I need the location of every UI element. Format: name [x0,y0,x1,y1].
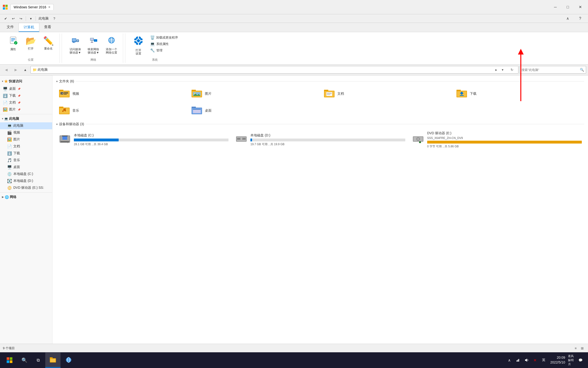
window-tab[interactable]: Windows Server 2016 ✕ [10,4,54,10]
c-drive-icon [59,133,71,147]
sidebar-item-docs-sub[interactable]: 📄 文档 [0,143,52,150]
start-button[interactable] [2,352,17,368]
sidebar-item-music[interactable]: 🎵 音乐 [0,157,52,164]
open-label: 打开 [28,47,34,50]
ribbon-system-props-button[interactable]: 💻 系统属性 [149,41,180,47]
minimize-button[interactable]: ─ [550,3,561,11]
ribbon-map-network-button[interactable]: ↔ 映射网络驱动器▼ [85,35,102,56]
devices-toggle-icon[interactable]: ▾ [56,123,58,126]
back-button[interactable]: ◀ [2,66,10,74]
qat-redo-button[interactable]: ↪ [17,15,25,22]
forward-button[interactable]: ▶ [11,66,20,74]
taskbar-search-button[interactable]: 🔍 [18,353,31,367]
this-pc-header[interactable]: ▾ 💻 此电脑 [0,115,52,122]
qat-save-button[interactable]: ✔ [2,15,9,22]
sidebar-item-c-drive[interactable]: 💿 本地磁盘 (C:) [0,171,52,178]
sidebar-item-pictures-sub[interactable]: 🖼️ 图片 [0,136,52,143]
folder-item-music[interactable]: 音乐 [56,103,187,118]
open-settings-label: 打开设置 [136,49,141,55]
ribbon-manage-button[interactable]: 🔧 管理 [149,47,180,53]
svg-rect-53 [324,90,328,91]
sidebar-divider-1 [0,114,52,114]
ribbon-add-network-button[interactable]: 添加一个网络位置 [103,35,120,56]
address-dropdown-button[interactable]: ▾ [498,66,507,74]
sidebar-item-this-pc[interactable]: 💻 此电脑 [0,122,52,129]
svg-rect-32 [134,40,136,41]
sidebar-item-dl-sub[interactable]: ⬇️ 下载 [0,150,52,157]
tray-chevron-icon[interactable]: ∧ [506,356,513,364]
ribbon-uninstall-button[interactable]: 🗑️ 卸载或更改程序 [149,35,180,40]
folder-item-documents[interactable]: 文档 [321,86,452,101]
sidebar-item-documents[interactable]: 📄 文档 📌 [0,99,52,106]
close-button[interactable]: ✕ [574,3,586,11]
sidebar-divider-2 [0,192,52,193]
downloads-pin-icon: 📌 [18,94,20,97]
taskbar-ie-button[interactable] [61,352,76,368]
search-input[interactable] [522,68,579,72]
maximize-button[interactable]: □ [562,3,574,11]
tray-ime-icon[interactable]: 英 [540,356,548,364]
d-drive-info: 本地磁盘 (D:) 19.7 GB 可用，共 19.9 GB [250,133,405,146]
ribbon-tab-file[interactable]: 文件 [2,23,19,32]
documents-pin-icon: 📌 [18,101,20,104]
sidebar-item-desktop[interactable]: 🖥️ 桌面 📌 [0,85,52,92]
quick-access-header[interactable]: ▾ ★ 快速访问 [0,77,52,85]
folder-item-downloads[interactable]: 下载 [454,86,584,101]
tray-extra-label[interactable]: 遮风躲明月 [568,356,576,364]
sidebar-item-e-drive[interactable]: 📀 DVD 驱动器 (E:) SS: [0,184,52,191]
network-label: 网络 [10,195,16,199]
notification-center-button[interactable]: 💬 [577,352,584,368]
taskbar-clock[interactable]: 20:09 2022/5/10 [549,355,567,365]
system-props-icon: 💻 [150,42,155,46]
up-button[interactable]: ▲ [21,66,29,74]
tray-network-icon[interactable] [514,356,522,364]
network-header[interactable]: ▶ 🌐 网络 [0,193,52,201]
ribbon-open-button[interactable]: 📂 打开 [22,35,39,52]
sidebar-item-downloads[interactable]: ⬇️ 下载 📌 [0,92,52,99]
ribbon-collapse-button[interactable]: ∧ [562,14,574,23]
qat-help-button[interactable]: ? [50,15,58,22]
svg-rect-33 [141,40,143,41]
folders-toggle-icon[interactable]: ▾ [56,80,58,83]
drive-item-e[interactable]: DVD 驱动器 (E:) SSS_X64FRE_ZH-CN_DV9 0 字节 可… [409,129,584,150]
ribbon-media-button[interactable]: 访问媒体驱动器▼ [67,35,84,56]
sidebar-item-d-drive[interactable]: 💽 本地磁盘 (D:) [0,178,52,184]
sidebar-desktop-sub-label: 桌面 [13,165,20,169]
folder-item-pictures[interactable]: 图片 [189,86,319,101]
list-view-button[interactable]: ≡ [573,345,579,351]
svg-rect-30 [138,37,139,38]
drive-item-c[interactable]: 本地磁盘 (C:) 28.1 GB 可用，共 39.4 GB [56,129,231,150]
refresh-button[interactable]: ↻ [508,66,516,74]
help-button[interactable]: ? [574,14,586,23]
sidebar-item-videos[interactable]: 🎬 视频 [0,129,52,136]
taskbar-file-explorer-button[interactable] [45,352,60,368]
tab-close-icon[interactable]: ✕ [48,5,50,9]
address-bar[interactable]: 📁 此电脑 ▶ ▾ ↻ [30,66,518,74]
sidebar-item-desktop-sub[interactable]: 🖥️ 桌面 [0,164,52,171]
search-box[interactable]: 🔍 [519,66,586,74]
qat-separator-2 [36,16,36,21]
qat-undo-button[interactable]: ↩ [9,15,17,22]
task-view-button[interactable]: ⧉ [31,353,45,367]
sidebar-item-pictures[interactable]: 🖼️ 图片 📌 [0,106,52,113]
pictures-folder-name: 图片 [205,92,212,96]
ribbon-rename-button[interactable]: ✏️ 重命名 [40,35,57,52]
e-drive-icon [412,133,424,147]
grid-view-button[interactable]: ⊞ [579,345,585,351]
this-pc-collapse-icon: ▾ [2,117,3,120]
d-drive-icon [235,133,247,147]
folder-item-video[interactable]: 视频 [56,86,187,101]
folder-item-desktop[interactable]: 桌面 [189,103,319,118]
drive-item-d[interactable]: 本地磁盘 (D:) 19.7 GB 可用，共 19.9 GB [233,129,408,150]
ribbon-tab-computer[interactable]: 计算机 [19,23,39,32]
ribbon-open-settings-button[interactable]: 打开设置 [130,35,147,57]
qat-dropdown-button[interactable]: ▾ [27,15,35,22]
search-icon[interactable]: 🔍 [580,68,584,72]
file-content-area: ▾ 文件夹 (6) [52,75,588,344]
ribbon-properties-button[interactable]: ✓ 属性 [5,35,21,52]
tray-volume-icon[interactable] [523,356,530,364]
svg-rect-60 [456,90,461,91]
settings-icon [134,36,143,48]
tray-error-icon[interactable]: ✕ [531,356,539,364]
ribbon-tab-view[interactable]: 查看 [39,23,56,32]
